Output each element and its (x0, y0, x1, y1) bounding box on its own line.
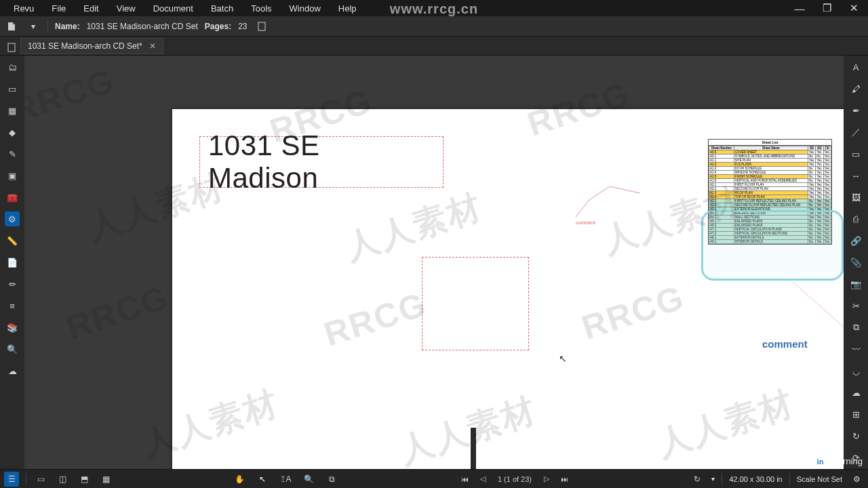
tab-label: 1031 SE Madison-arch CD Set* (28, 41, 142, 51)
document-name: 1031 SE Madison-arch CD Set (87, 22, 198, 31)
pen-tool-icon[interactable]: ✒ (848, 103, 863, 118)
dimension-tool-icon[interactable]: ↔ (848, 168, 863, 183)
svg-rect-8 (471, 428, 476, 469)
menu-batch[interactable]: Batch (203, 2, 241, 15)
measure-icon[interactable]: 📏 (5, 233, 20, 248)
left-panel-bar: 🗂▭▦◆✎▣🧰⚙📏📄✏≡📚🔍☁ (0, 56, 24, 469)
select-tool-icon[interactable]: ↖ (255, 472, 270, 487)
page-title: 1031 SE Madison (208, 129, 435, 195)
cut-tool-icon[interactable]: ✂ (848, 298, 863, 313)
comment-label-small[interactable]: comment (576, 220, 595, 225)
zoom-tool-icon[interactable]: 🔍 (301, 472, 316, 487)
arc-tool-icon[interactable]: ◡ (848, 363, 863, 378)
leader-line (789, 279, 844, 346)
pan-tool-icon[interactable]: ✋ (232, 472, 247, 487)
highlight-tool-icon[interactable]: 🖍 (848, 81, 863, 96)
menu-edit[interactable]: Edit (75, 2, 106, 15)
tab-bar: 1031 SE Madison-arch CD Set* ✕ (0, 37, 868, 56)
grid-icon[interactable]: ▦ (5, 103, 20, 118)
zoom-rect-tool-icon[interactable]: ⧉ (324, 472, 339, 487)
cloud-tool-icon[interactable]: ☁ (848, 385, 863, 400)
svg-rect-0 (258, 22, 265, 30)
image-tool-icon[interactable]: 🖼 (848, 190, 863, 205)
undo-icon[interactable]: ↻ (690, 472, 705, 487)
menu-help[interactable]: Help (330, 2, 365, 15)
studio-icon[interactable]: ☁ (5, 363, 20, 378)
new-page-icon[interactable] (254, 19, 269, 34)
thumbnails-icon[interactable]: ▭ (5, 81, 20, 96)
status-bar: ☰ ▭ ◫ ⬒ ▦ ✋ ↖ 𝙸A 🔍 ⧉ ⏮ ◁ 1 (1 of 23) ▷ ⏭… (0, 469, 868, 488)
toolchest-icon[interactable]: 🧰 (5, 190, 20, 205)
nav-next-icon[interactable]: ▷ (540, 474, 553, 483)
reuse-icon[interactable]: ↻ (848, 428, 863, 443)
watermark: RRCG (24, 60, 119, 130)
view-split-h-icon[interactable]: ⬒ (77, 472, 92, 487)
building-render (172, 428, 844, 469)
text-tool-icon[interactable]: A (848, 60, 863, 75)
cloud-markup[interactable] (701, 210, 844, 281)
signatures-icon[interactable]: ✎ (5, 146, 20, 161)
scale-status[interactable]: Scale Not Set (797, 475, 842, 483)
menu-document[interactable]: Document (145, 2, 201, 15)
menu-tools[interactable]: Tools (243, 2, 279, 15)
svg-rect-1 (8, 43, 15, 52)
align-icon[interactable]: ≡ (5, 298, 20, 313)
view-split-v-icon[interactable]: ◫ (55, 472, 70, 487)
sets-icon[interactable]: 📚 (5, 320, 20, 335)
nav-last-icon[interactable]: ⏭ (557, 475, 571, 483)
pdf-page: 1031 SE Madison comment Sheet List Sheet… (172, 109, 844, 469)
shapes-tool-icon[interactable]: ▭ (848, 146, 863, 161)
polyline-markup[interactable] (576, 186, 644, 220)
page-dimensions: 42.00 x 30.00 in (729, 475, 782, 483)
page-indicator[interactable]: 1 (1 of 23) (494, 475, 536, 483)
hyperlink-tool-icon[interactable]: 🔗 (848, 233, 863, 248)
layers-icon[interactable]: ◆ (5, 125, 20, 140)
linkedin-learning-badge: LinkedinLearning (786, 456, 863, 466)
open-dropdown-icon[interactable]: ▾ (26, 19, 41, 34)
snap-icon[interactable]: ⊞ (848, 407, 863, 422)
document-icon[interactable]: 📄 (5, 255, 20, 270)
open-file-icon[interactable] (4, 19, 19, 34)
view-multi-icon[interactable]: ▦ (98, 472, 113, 487)
menu-file[interactable]: File (43, 2, 74, 15)
line-tool-icon[interactable]: ／ (848, 125, 863, 140)
attach-tool-icon[interactable]: 📎 (848, 255, 863, 270)
tab-close-icon[interactable]: ✕ (149, 41, 156, 51)
snapshot-tool-icon[interactable]: 📷 (848, 277, 863, 291)
document-tab-icon[interactable] (4, 40, 19, 55)
text-select-tool-icon[interactable]: 𝙸A (278, 472, 293, 487)
watermark: RRCG (62, 277, 174, 347)
sheet-list-title: Sheet List (709, 140, 831, 146)
window-close[interactable]: ✕ (845, 2, 863, 14)
forms-icon[interactable]: ▣ (5, 168, 20, 183)
scale-settings-icon[interactable]: ⚙ (849, 472, 864, 487)
comment-label-big[interactable]: comment (762, 338, 808, 350)
title-markup[interactable]: 1031 SE Madison (199, 136, 443, 188)
document-tab[interactable]: 1031 SE Madison-arch CD Set* ✕ (20, 38, 163, 54)
mouse-cursor: ↖ (559, 353, 567, 364)
pages-value: 23 (238, 22, 247, 31)
window-maximize[interactable]: ❐ (818, 2, 835, 14)
menu-view[interactable]: View (108, 2, 144, 15)
polyline-tool-icon[interactable]: 〰 (848, 342, 863, 357)
sketch-icon[interactable]: ✏ (5, 277, 20, 291)
menu-revu[interactable]: Revu (5, 2, 42, 15)
compare-tool-icon[interactable]: ⧉ (848, 320, 863, 335)
pages-label: Pages: (205, 22, 231, 31)
search-icon[interactable]: 🔍 (5, 342, 20, 357)
window-minimize[interactable]: — (791, 3, 808, 14)
nav-first-icon[interactable]: ⏮ (458, 475, 472, 483)
panel-access-icon[interactable]: ☰ (4, 472, 19, 487)
menu-window[interactable]: Window (281, 2, 329, 15)
name-label: Name: (55, 22, 80, 31)
stamp-tool-icon[interactable]: ⎙ (848, 211, 863, 226)
page-navigator: ⏮ ◁ 1 (1 of 23) ▷ ⏭ (458, 474, 571, 483)
properties-icon[interactable]: ⚙ (5, 211, 20, 226)
right-tool-bar: A🖍✒／▭↔🖼⎙🔗📎📷✂⧉〰◡☁⊞↻⟳ (844, 56, 868, 469)
rectangle-markup[interactable] (422, 257, 529, 350)
view-single-icon[interactable]: ▭ (33, 472, 48, 487)
document-info-bar: ▾ Name: 1031 SE Madison-arch CD Set Page… (0, 16, 868, 37)
nav-prev-icon[interactable]: ◁ (476, 474, 490, 483)
document-canvas[interactable]: 1031 SE Madison comment Sheet List Sheet… (24, 56, 844, 469)
file-access-icon[interactable]: 🗂 (5, 60, 20, 75)
